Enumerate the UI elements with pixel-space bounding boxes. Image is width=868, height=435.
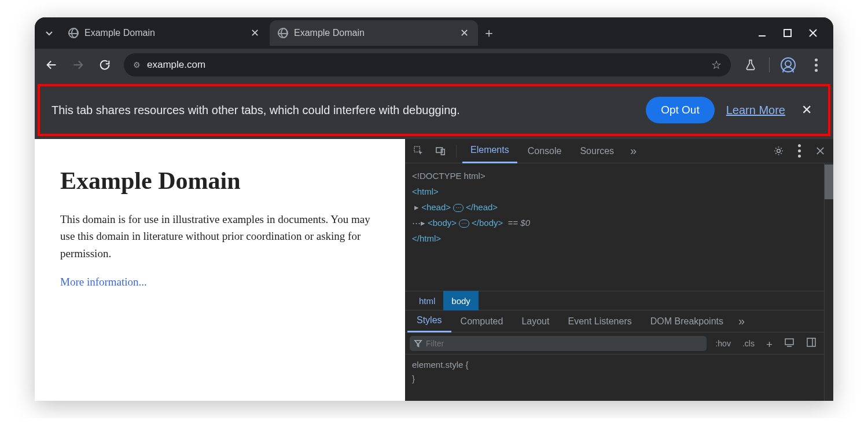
subtab-dom-breakpoints[interactable]: DOM Breakpoints <box>641 310 733 332</box>
selected-line-dots: ⋯ <box>412 218 421 228</box>
dom-head-close: </head> <box>466 202 498 212</box>
css-line: } <box>412 372 817 386</box>
tab-inactive[interactable]: Example Domain ✕ <box>60 20 269 46</box>
svg-point-9 <box>777 149 780 153</box>
svg-rect-12 <box>785 339 793 345</box>
svg-rect-8 <box>441 149 444 155</box>
address-bar[interactable]: ⚙ example.com ☆ <box>124 53 731 76</box>
devtools-more-tabs[interactable]: » <box>624 144 642 158</box>
styles-tabbar: Styles Computed Layout Event Listeners D… <box>405 310 824 332</box>
maximize-button[interactable] <box>782 28 793 38</box>
page-link[interactable]: More information... <box>60 276 147 288</box>
profile-icon <box>781 57 796 72</box>
devtools-tab-sources[interactable]: Sources <box>572 139 622 163</box>
infobar-message: This tab shares resources with other tab… <box>52 104 634 117</box>
subtab-styles[interactable]: Styles <box>407 310 451 332</box>
new-tab-button[interactable]: ＋ <box>479 23 499 43</box>
devtools-separator <box>456 145 457 158</box>
site-settings-icon[interactable]: ⚙ <box>133 60 140 70</box>
tabs-dropdown-button[interactable] <box>39 23 59 43</box>
subtab-computed[interactable]: Computed <box>451 310 513 332</box>
svg-rect-1 <box>784 30 791 36</box>
tab-close-button[interactable]: ✕ <box>458 27 470 39</box>
chrome-menu-button[interactable] <box>804 53 827 76</box>
tab-title: Example Domain <box>294 28 453 38</box>
selected-marker: == $0 <box>508 218 530 228</box>
back-button[interactable] <box>41 54 62 76</box>
page-paragraph: This domain is for use in illustrative e… <box>60 211 380 262</box>
scrollbar-thumb[interactable] <box>825 165 833 199</box>
tab-title: Example Domain <box>84 28 243 38</box>
minimize-button[interactable] <box>757 28 767 38</box>
css-line: element.style { <box>412 358 817 372</box>
page-heading: Example Domain <box>60 167 380 195</box>
inspect-element-icon[interactable] <box>409 141 428 161</box>
globe-icon <box>68 28 79 38</box>
labs-icon[interactable] <box>739 53 762 76</box>
infobar-container: This tab shares resources with other tab… <box>35 81 833 139</box>
tab-close-button[interactable]: ✕ <box>249 27 260 39</box>
devtools-close-icon[interactable] <box>810 141 830 161</box>
new-style-rule-button[interactable]: + <box>763 338 775 351</box>
styles-filter-bar: :hov .cls + <box>405 332 824 354</box>
kebab-icon <box>815 59 818 72</box>
computed-toggle-icon[interactable] <box>781 337 797 349</box>
devtools-tabbar: Elements Console Sources » <box>405 139 833 163</box>
panel-layout-icon[interactable] <box>803 337 819 349</box>
device-toolbar-icon[interactable] <box>431 141 450 161</box>
devtools-settings-icon[interactable] <box>768 141 788 161</box>
dom-body-close: </body> <box>472 218 503 228</box>
cls-button[interactable]: .cls <box>740 339 757 348</box>
hov-button[interactable]: :hov <box>712 339 733 348</box>
tab-strip: Example Domain ✕ Example Domain ✕ ＋ <box>35 17 833 49</box>
devtools-kebab-icon[interactable] <box>789 141 809 161</box>
reload-button[interactable] <box>94 54 116 76</box>
filter-icon <box>414 339 422 348</box>
infobar: This tab shares resources with other tab… <box>38 84 830 136</box>
page-viewport: Example Domain This domain is for use in… <box>35 139 405 401</box>
content-area: Example Domain This domain is for use in… <box>35 139 833 401</box>
expand-arrow-icon[interactable]: ▸ <box>414 199 421 215</box>
subtab-event-listeners[interactable]: Event Listeners <box>558 310 641 332</box>
dom-head-open: <head> <box>421 202 451 212</box>
breadcrumb-item[interactable]: body <box>443 291 479 310</box>
styles-pane[interactable]: element.style { } <box>405 354 824 389</box>
opt-out-button[interactable]: Opt Out <box>646 97 715 123</box>
learn-more-link[interactable]: Learn More <box>726 104 785 117</box>
ellipsis-badge-icon[interactable]: ⋯ <box>459 220 469 228</box>
forward-button[interactable] <box>67 54 89 76</box>
window-controls <box>757 28 829 38</box>
svg-rect-14 <box>807 338 815 346</box>
ellipsis-badge-icon[interactable]: ⋯ <box>453 204 464 212</box>
url-text: example.com <box>147 59 205 71</box>
toolbar: ⚙ example.com ☆ <box>35 49 833 81</box>
breadcrumb-item[interactable]: html <box>411 291 443 310</box>
subtabs-more[interactable]: » <box>733 315 751 328</box>
close-button[interactable] <box>808 28 818 38</box>
dom-html-close: </html> <box>412 233 441 243</box>
dom-tree[interactable]: <!DOCTYPE html> <html> ▸<head>⋯</head> ⋯… <box>405 163 824 291</box>
devtools-tab-elements[interactable]: Elements <box>462 139 517 163</box>
dom-doctype: <!DOCTYPE html> <box>412 171 486 181</box>
browser-window: Example Domain ✕ Example Domain ✕ ＋ ⚙ ex… <box>35 17 833 401</box>
globe-icon <box>278 28 288 38</box>
devtools-scrollbar[interactable] <box>824 163 833 401</box>
subtab-layout[interactable]: Layout <box>512 310 558 332</box>
expand-arrow-icon[interactable]: ▸ <box>421 215 428 231</box>
dom-body-open: <body> <box>428 218 457 228</box>
devtools-tab-console[interactable]: Console <box>520 139 570 163</box>
infobar-close-button[interactable]: ✕ <box>797 103 816 118</box>
devtools-panel: Elements Console Sources » <!DOCTYPE htm… <box>405 139 833 401</box>
profile-button[interactable] <box>777 53 800 76</box>
bookmark-star-icon[interactable]: ☆ <box>711 58 722 72</box>
toolbar-divider <box>769 57 770 72</box>
tab-active[interactable]: Example Domain ✕ <box>270 20 478 46</box>
breadcrumb-bar: html body <box>405 291 824 310</box>
styles-filter-input[interactable] <box>410 336 707 351</box>
dom-html-open: <html> <box>412 187 439 196</box>
